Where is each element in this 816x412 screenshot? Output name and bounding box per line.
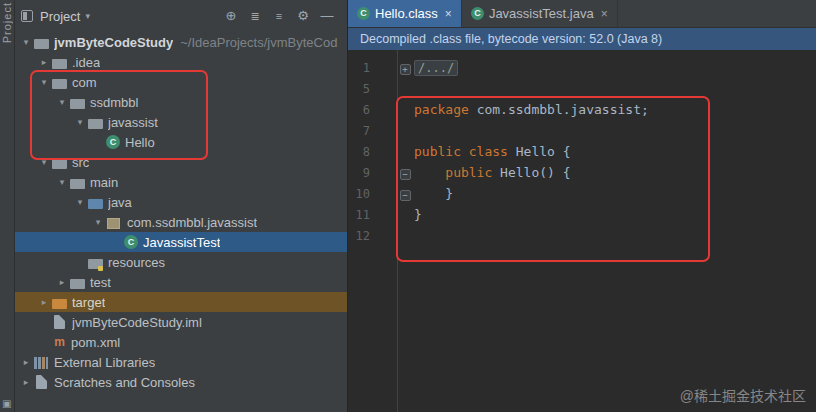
tree-item-label: jvmByteCodeStudy.iml (72, 315, 202, 330)
class-icon: C (106, 135, 120, 149)
line-number[interactable]: 1 (348, 61, 397, 75)
code-line[interactable]: 1 + /.../ (348, 57, 816, 78)
chevron-down-icon[interactable]: ▾ (54, 97, 70, 107)
tree-item-package[interactable]: ▾ com.ssdmbbl.javassist (15, 212, 347, 232)
settings-icon[interactable]: ⚙ (291, 0, 315, 32)
keyword-token: package (414, 102, 477, 117)
code-line[interactable]: 10 − } (348, 183, 816, 204)
chevron-down-icon[interactable]: ▾ (36, 77, 52, 87)
tree-item-scratches[interactable]: ▸ Scratches and Consoles (15, 372, 347, 392)
maven-icon: m (52, 335, 67, 349)
tree-item-label: main (90, 175, 118, 190)
close-icon[interactable]: × (601, 7, 608, 21)
tree-item-label: jvmByteCodeStudy (54, 35, 173, 50)
caret-down-icon[interactable]: ▾ (85, 11, 90, 21)
tree-item-project-root[interactable]: ▾ jvmByteCodeStudy ~/IdeaProjects/jvmByt… (15, 32, 347, 52)
class-icon: C (357, 7, 370, 20)
tree-item-idea[interactable]: ▸ .idea (15, 52, 347, 72)
tree-item-label: javassist (108, 115, 158, 130)
scratches-icon (36, 375, 47, 389)
tree-item-label: Hello (125, 135, 155, 150)
tree-item-javassisttest[interactable]: C JavassistTest (15, 232, 347, 252)
fold-expanded-icon[interactable]: − (400, 190, 411, 201)
folder-icon (70, 99, 85, 109)
line-number[interactable]: 10 (348, 187, 397, 201)
chevron-right-icon[interactable]: ▸ (54, 277, 70, 287)
tree-item-label: resources (108, 255, 165, 270)
folder-icon (88, 119, 103, 129)
project-tool-window-button[interactable]: Project (1, 2, 13, 43)
line-number[interactable]: 7 (348, 124, 397, 138)
line-number[interactable]: 9 (348, 166, 397, 180)
tree-item-label: src (72, 155, 89, 170)
chevron-right-icon[interactable]: ▸ (18, 377, 34, 387)
tree-item-label: test (90, 275, 111, 290)
chevron-down-icon[interactable]: ▾ (90, 217, 106, 227)
tree-item-java[interactable]: ▾ java (15, 192, 347, 212)
tab-javassisttest-java[interactable]: C JavassistTest.java × (462, 0, 618, 27)
code-line[interactable]: 11 } (348, 204, 816, 225)
tab-hello-class[interactable]: C Hello.class × (348, 0, 462, 27)
excluded-folder-icon (52, 299, 67, 309)
folder-icon (52, 59, 67, 69)
collapse-all-icon[interactable]: ≣ (243, 0, 267, 32)
tree-item-hello[interactable]: C Hello (15, 132, 347, 152)
tree-item-external-libraries[interactable]: ▸ External Libraries (15, 352, 347, 372)
line-number[interactable]: 12 (348, 229, 397, 243)
tree-item-src[interactable]: ▾ src (15, 152, 347, 172)
code-line[interactable]: 12 (348, 225, 816, 246)
tree-item-label: com.ssdmbbl.javassist (127, 215, 257, 230)
tree-item-iml-file[interactable]: jvmByteCodeStudy.iml (15, 312, 347, 332)
notification-text: Decompiled .class file, bytecode version… (360, 32, 662, 46)
tree-item-main[interactable]: ▾ main (15, 172, 347, 192)
file-icon (54, 315, 65, 329)
watermark: @稀土掘金技术社区 (680, 385, 806, 405)
project-view-icon (21, 10, 33, 22)
folder-icon (52, 79, 67, 89)
tree-item-target[interactable]: ▸ target (15, 292, 347, 312)
fold-expanded-icon[interactable]: − (400, 169, 411, 180)
code-line[interactable]: 7 (348, 120, 816, 141)
code-token: Hello { (516, 144, 571, 159)
chevron-down-icon[interactable]: ▾ (18, 37, 34, 47)
tree-item-com[interactable]: ▾ com (15, 72, 347, 92)
code-line[interactable]: 6 package com.ssdmbbl.javassist; (348, 99, 816, 120)
tool-window-bar: Project ▣ (0, 0, 15, 412)
package-icon (107, 218, 120, 229)
tree-item-label: External Libraries (54, 355, 155, 370)
project-panel-title[interactable]: Project (40, 9, 80, 24)
project-panel: Project ▾ ⊕ ≣ ≡ ⚙ — ▾ jvmByteCodeStudy ~… (15, 0, 348, 412)
chevron-right-icon[interactable]: ▸ (18, 357, 34, 367)
folded-code-chip[interactable]: /.../ (414, 60, 458, 76)
tree-item-test[interactable]: ▸ test (15, 272, 347, 292)
tree-item-label: java (108, 195, 132, 210)
chevron-down-icon[interactable]: ▾ (54, 177, 70, 187)
chevron-down-icon[interactable]: ▾ (72, 197, 88, 207)
line-number[interactable]: 8 (348, 145, 397, 159)
tree-item-resources[interactable]: resources (15, 252, 347, 272)
folder-icon (52, 159, 67, 169)
line-number[interactable]: 11 (348, 208, 397, 222)
close-icon[interactable]: × (445, 7, 452, 21)
locate-file-icon[interactable]: ⊕ (219, 0, 243, 32)
chevron-right-icon[interactable]: ▸ (36, 297, 52, 307)
tree-item-javassist[interactable]: ▾ javassist (15, 112, 347, 132)
code-line[interactable]: 8 public class Hello { (348, 141, 816, 162)
tree-item-ssdmbbl[interactable]: ▾ ssdmbbl (15, 92, 347, 112)
code-line[interactable]: 9 − public Hello() { (348, 162, 816, 183)
chevron-right-icon[interactable]: ▸ (36, 57, 52, 67)
expand-all-icon[interactable]: ≡ (267, 0, 291, 32)
code-token: } (414, 186, 453, 201)
line-number[interactable]: 5 (348, 82, 397, 96)
library-icon (34, 357, 48, 369)
chevron-down-icon[interactable]: ▾ (36, 157, 52, 167)
code-editor[interactable]: 1 + /.../ 5 6 package com.ssdmbbl.javass… (348, 50, 816, 412)
tree-item-pom[interactable]: m pom.xml (15, 332, 347, 352)
window-toggle-icon[interactable]: ▣ (2, 398, 11, 409)
line-number[interactable]: 6 (348, 103, 397, 117)
fold-collapsed-icon[interactable]: + (400, 64, 411, 75)
hide-panel-icon[interactable]: — (315, 0, 339, 32)
tree-item-label: ssdmbbl (90, 95, 138, 110)
chevron-down-icon[interactable]: ▾ (72, 117, 88, 127)
code-line[interactable]: 5 (348, 78, 816, 99)
